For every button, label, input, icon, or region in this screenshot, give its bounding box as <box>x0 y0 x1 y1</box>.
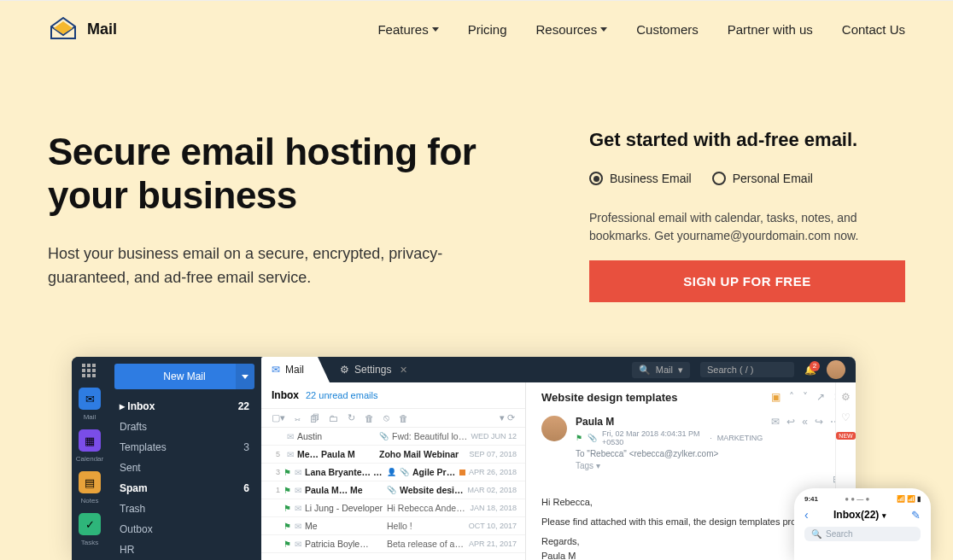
email-row[interactable]: 5✉Me… Paula MZoho Mail WebinarSEP 07, 20… <box>261 446 525 464</box>
sidebar-label: Mail <box>84 413 96 421</box>
product-screenshot: ✉ Mail ▦ Calendar ▤ Notes ✓ Tasks New Ma… <box>72 357 856 560</box>
tab-label: Mail <box>285 364 304 376</box>
chevron-down-icon <box>432 27 439 32</box>
new-mail-label: New Mail <box>163 370 205 382</box>
search-scope[interactable]: 🔍 Mail ▾ <box>632 362 690 378</box>
badge: 2 <box>810 361 820 371</box>
sidebar-tasks-icon[interactable]: ✓ <box>79 513 101 535</box>
close-icon[interactable]: ✕ <box>400 365 407 376</box>
folder-item[interactable]: Sent <box>120 458 249 478</box>
tab-mail[interactable]: ✉Mail <box>261 357 330 382</box>
sidebar-label: Calendar <box>76 455 103 463</box>
avatar[interactable] <box>827 360 845 379</box>
radio-label: Personal Email <box>733 172 813 185</box>
phone-mockup: 9:41 ● ● — ● 📶 📶 ▮ ‹ Inbox(22) ▾ ✎ 🔍 Sea… <box>794 488 931 560</box>
sidebar-calendar-icon[interactable]: ▦ <box>79 429 101 452</box>
email-tag: MARKETING <box>717 434 763 442</box>
mail-icon <box>48 16 79 42</box>
sender-name: Paula M <box>576 416 763 428</box>
nav-link[interactable]: Features <box>377 22 438 37</box>
nav-link[interactable]: Partner with us <box>728 22 813 37</box>
reply-toolbar[interactable]: ✉↩«↪⋯ <box>771 416 840 470</box>
phone-title: Inbox(22) ▾ <box>833 509 886 521</box>
nav-link[interactable]: Contact Us <box>842 22 905 37</box>
widget-icon[interactable]: ⚙ <box>841 391 851 403</box>
radio-label: Business Email <box>610 172 692 185</box>
folder-item[interactable]: Trash <box>120 499 249 519</box>
phone-search[interactable]: 🔍 Search <box>804 527 921 541</box>
hero-subtitle: Host your business email on a secure, en… <box>48 242 521 290</box>
email-row[interactable]: ✉Austin📎Fwd: Beautiful locati…WED JUN 12 <box>261 428 525 446</box>
phone-compose-icon[interactable]: ✎ <box>911 509 921 522</box>
nav-link[interactable]: Resources <box>536 22 608 37</box>
radio-personal-email[interactable]: Personal Email <box>712 172 813 185</box>
unread-count: 22 unread emails <box>306 390 377 400</box>
nav-link[interactable]: Pricing <box>468 22 507 37</box>
signup-heading: Get started with ad-free email. <box>589 129 905 151</box>
brand-logo[interactable]: Mail <box>48 16 117 42</box>
preview-toolbar[interactable]: ▣˄˅↗✕ <box>771 391 842 403</box>
phone-back-icon[interactable]: ‹ <box>804 508 809 522</box>
sidebar-label: Notes <box>81 497 99 505</box>
bell-icon[interactable]: 🔔2 <box>804 365 816 376</box>
new-badge: NEW <box>836 432 855 440</box>
apps-grid-icon[interactable] <box>82 364 97 379</box>
sent-date: Fri, 02 Mar 2018 4:04:31 PM +0530 <box>602 429 705 446</box>
list-title: Inbox <box>272 389 299 401</box>
email-row[interactable]: 3⚑✉Lana Bryante… Me👤📎Agile ProcessAPR 26… <box>261 464 525 481</box>
email-row[interactable]: ⚑✉Li Jung - DeveloperHi Rebecca Anderson… <box>261 499 525 517</box>
hero-title: Secure email hosting for your business <box>48 131 521 217</box>
radio-business-email[interactable]: Business Email <box>589 172 692 185</box>
folder-item[interactable]: Spam6 <box>120 478 249 499</box>
search-input[interactable]: Search ( / ) <box>700 362 794 377</box>
chevron-down-icon <box>600 27 607 32</box>
sidebar-notes-icon[interactable]: ▤ <box>79 471 101 493</box>
signup-button[interactable]: SIGN UP FOR FREE <box>589 260 905 302</box>
widget-icon[interactable]: ♡ <box>841 411 851 423</box>
chevron-down-icon[interactable] <box>236 364 254 389</box>
phone-time: 9:41 <box>804 495 818 503</box>
folder-item[interactable]: Templates3 <box>120 437 249 458</box>
folder-item[interactable]: ▸ Inbox22 <box>120 396 249 417</box>
sender-avatar <box>541 416 567 441</box>
to-line: To "Rebecca" <rebecca@zylker.com> <box>576 449 763 458</box>
tab-settings[interactable]: ⚙Settings✕ <box>330 364 418 376</box>
tags-label: Tags <box>576 461 596 470</box>
brand-name: Mail <box>87 20 117 38</box>
email-row[interactable]: ⚑✉MeHello !OCT 10, 2017 <box>261 517 525 535</box>
sidebar-label: Tasks <box>81 539 98 546</box>
signup-description: Professional email with calendar, tasks,… <box>589 209 905 245</box>
folder-item[interactable]: HR <box>120 540 249 560</box>
folder-item[interactable]: Outbox <box>120 519 249 540</box>
folder-item[interactable]: Drafts <box>120 417 249 437</box>
list-toolbar[interactable]: ▢▾⟗🗐🗀↻🗑⦸🗑▾ ⟳ <box>261 409 525 428</box>
nav-link[interactable]: Customers <box>636 22 699 37</box>
email-row[interactable]: 1⚑✉Paula M… Me📎Website design temp…MAR 0… <box>261 481 525 499</box>
sidebar-mail-icon[interactable]: ✉ <box>79 388 101 410</box>
new-mail-button[interactable]: New Mail <box>114 364 254 389</box>
tab-label: Settings <box>354 364 391 376</box>
email-row[interactable]: ⚑✉Patricia Boyle…Beta release of applica… <box>261 535 525 553</box>
